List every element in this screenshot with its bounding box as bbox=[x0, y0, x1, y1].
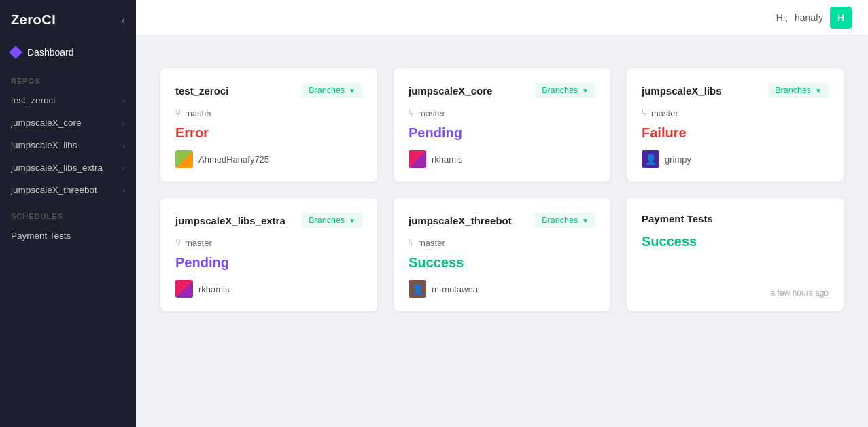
sidebar-header: ZeroCI ‹ bbox=[0, 0, 136, 40]
card-title: jumpscaleX_libs_extra bbox=[175, 215, 285, 226]
branches-button[interactable]: Branches ▼ bbox=[302, 83, 362, 98]
sidebar: ZeroCI ‹ Dashboard REPOS test_zeroci › j… bbox=[0, 0, 136, 427]
username-text: hanafy bbox=[795, 12, 823, 23]
user-row: rkhamis bbox=[175, 280, 362, 298]
branch-name: master bbox=[418, 238, 445, 248]
cards-grid: test_zeroci Branches ▼ ⑂ master Error Ah… bbox=[160, 68, 844, 311]
chevron-right-icon: › bbox=[122, 164, 125, 172]
top-header: Hi, hanafy H bbox=[136, 0, 868, 35]
sidebar-item-jumpscaleX-libs-extra[interactable]: jumpscaleX_libs_extra › bbox=[0, 156, 136, 179]
branch-row: ⑂ master bbox=[175, 237, 362, 248]
user-avatar-small bbox=[175, 280, 193, 298]
card-header: test_zeroci Branches ▼ bbox=[175, 83, 362, 98]
sidebar-item-jumpscaleX-core[interactable]: jumpscaleX_core › bbox=[0, 112, 136, 134]
card-title: jumpscaleX_threebot bbox=[409, 215, 512, 226]
repos-section-title: REPOS bbox=[0, 70, 136, 89]
chevron-right-icon: › bbox=[122, 141, 125, 150]
card-jumpscaleX-libs-extra[interactable]: jumpscaleX_libs_extra Branches ▼ ⑂ maste… bbox=[160, 198, 377, 311]
branch-row: ⑂ master bbox=[642, 107, 829, 118]
user-row: 👤 m-motawea bbox=[409, 280, 595, 298]
sidebar-item-test-zeroci[interactable]: test_zeroci › bbox=[0, 89, 136, 112]
branch-icon: ⑂ bbox=[175, 107, 181, 118]
branch-row: ⑂ master bbox=[409, 237, 595, 248]
sidebar-item-label: jumpscaleX_threebot bbox=[11, 185, 97, 195]
card-header: jumpscaleX_libs Branches ▼ bbox=[642, 83, 829, 98]
card-header: Payment Tests bbox=[642, 213, 829, 224]
user-avatar: H bbox=[830, 7, 852, 29]
sidebar-item-label: jumpscaleX_core bbox=[11, 118, 82, 128]
branches-button[interactable]: Branches ▼ bbox=[768, 83, 829, 98]
branch-name: master bbox=[185, 238, 212, 248]
branch-row: ⑂ master bbox=[409, 107, 595, 118]
schedules-section-title: SCHEDULES bbox=[0, 201, 136, 224]
chevron-down-icon: ▼ bbox=[815, 87, 822, 95]
branches-button[interactable]: Branches ▼ bbox=[535, 83, 595, 98]
branches-button[interactable]: Branches ▼ bbox=[535, 213, 595, 228]
branches-label: Branches bbox=[775, 86, 811, 95]
branch-name: master bbox=[185, 108, 212, 118]
chevron-right-icon: › bbox=[122, 119, 125, 127]
user-avatar-small bbox=[409, 150, 426, 168]
branches-label: Branches bbox=[542, 86, 578, 95]
card-title: jumpscaleX_libs bbox=[642, 85, 722, 97]
card-header: jumpscaleX_libs_extra Branches ▼ bbox=[175, 213, 362, 228]
sidebar-item-jumpscaleX-libs[interactable]: jumpscaleX_libs › bbox=[0, 134, 136, 156]
main-content: Hi, hanafy H test_zeroci Branches ▼ ⑂ ma… bbox=[136, 0, 868, 427]
chevron-down-icon: ▼ bbox=[349, 87, 355, 95]
branch-icon: ⑂ bbox=[409, 107, 414, 118]
username: rkhamis bbox=[432, 154, 463, 165]
sidebar-item-label: jumpscaleX_libs_extra bbox=[11, 163, 103, 173]
branch-name: master bbox=[418, 108, 445, 118]
card-title: test_zeroci bbox=[175, 85, 228, 97]
sidebar-item-label: jumpscaleX_libs bbox=[11, 140, 77, 150]
logo: ZeroCI bbox=[11, 12, 56, 28]
status-badge: Pending bbox=[409, 125, 595, 141]
card-payment-tests[interactable]: Payment Tests Success a few hours ago bbox=[627, 198, 844, 311]
status-badge: Success bbox=[409, 255, 595, 271]
username: rkhamis bbox=[198, 284, 230, 294]
card-jumpscaleX-threebot[interactable]: jumpscaleX_threebot Branches ▼ ⑂ master … bbox=[394, 198, 610, 311]
card-test-zeroci[interactable]: test_zeroci Branches ▼ ⑂ master Error Ah… bbox=[160, 68, 377, 182]
status-badge: Failure bbox=[642, 125, 829, 141]
username: AhmedHanafy725 bbox=[198, 154, 269, 165]
status-badge: Error bbox=[175, 125, 362, 141]
user-avatar-small: 👤 bbox=[642, 150, 659, 168]
chevron-right-icon: › bbox=[122, 97, 125, 105]
greeting-text: Hi, bbox=[776, 12, 788, 23]
sidebar-toggle-button[interactable]: ‹ bbox=[122, 14, 125, 27]
card-header: jumpscaleX_threebot Branches ▼ bbox=[409, 213, 595, 228]
diamond-icon bbox=[9, 46, 22, 59]
user-avatar-small bbox=[175, 150, 193, 168]
branches-label: Branches bbox=[309, 216, 345, 225]
chevron-down-icon: ▼ bbox=[582, 87, 589, 95]
branches-label: Branches bbox=[309, 86, 345, 95]
branch-icon: ⑂ bbox=[642, 107, 647, 118]
user-avatar-small: 👤 bbox=[409, 280, 426, 298]
branch-row: ⑂ master bbox=[175, 107, 362, 118]
card-title: jumpscaleX_core bbox=[409, 85, 492, 97]
chevron-down-icon: ▼ bbox=[582, 217, 589, 224]
status-badge: Pending bbox=[175, 255, 362, 271]
branch-name: master bbox=[651, 108, 678, 118]
branches-label: Branches bbox=[542, 216, 578, 225]
status-badge: Success bbox=[642, 234, 829, 250]
sidebar-item-label: Payment Tests bbox=[11, 230, 71, 241]
sidebar-item-label: test_zeroci bbox=[11, 95, 55, 105]
card-jumpscaleX-libs[interactable]: jumpscaleX_libs Branches ▼ ⑂ master Fail… bbox=[627, 68, 844, 182]
sidebar-dashboard-label: Dashboard bbox=[27, 47, 74, 58]
sidebar-item-payment-tests[interactable]: Payment Tests bbox=[0, 224, 136, 247]
branch-icon: ⑂ bbox=[409, 237, 414, 248]
sidebar-item-jumpscaleX-threebot[interactable]: jumpscaleX_threebot › bbox=[0, 179, 136, 201]
branches-button[interactable]: Branches ▼ bbox=[302, 213, 362, 228]
card-jumpscaleX-core[interactable]: jumpscaleX_core Branches ▼ ⑂ master Pend… bbox=[394, 68, 610, 182]
user-info: Hi, hanafy H bbox=[776, 7, 852, 29]
username: grimpy bbox=[665, 154, 691, 165]
sidebar-item-dashboard[interactable]: Dashboard bbox=[0, 40, 136, 70]
branch-icon: ⑂ bbox=[175, 237, 181, 248]
chevron-down-icon: ▼ bbox=[349, 217, 355, 224]
user-row: rkhamis bbox=[409, 150, 595, 168]
user-row: 👤 grimpy bbox=[642, 150, 829, 168]
username: m-motawea bbox=[432, 284, 478, 294]
card-header: jumpscaleX_core Branches ▼ bbox=[409, 83, 595, 98]
chevron-right-icon: › bbox=[122, 186, 125, 194]
